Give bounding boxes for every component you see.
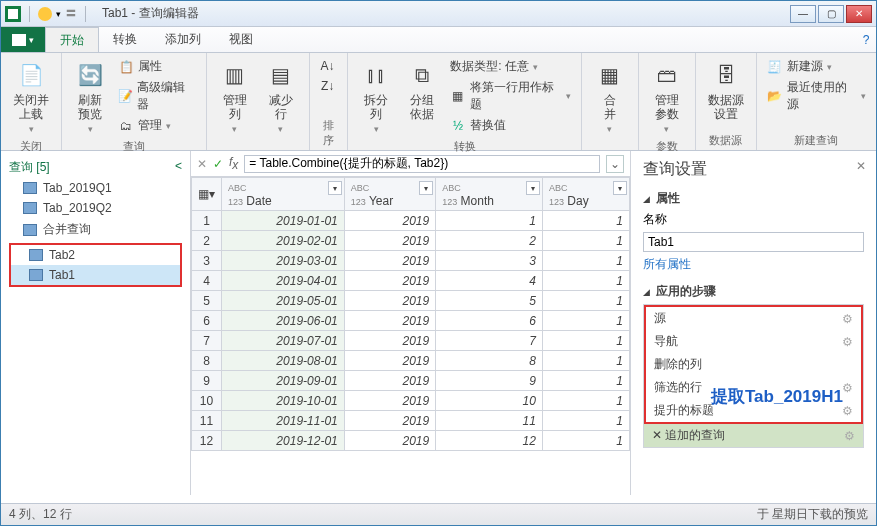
row-header[interactable]: 7 [192, 331, 222, 351]
cell[interactable]: 1 [542, 311, 629, 331]
cell[interactable]: 8 [436, 351, 543, 371]
row-header[interactable]: 8 [192, 351, 222, 371]
expand-icon[interactable]: ⌄ [606, 155, 624, 173]
cell[interactable]: 2019-07-01 [222, 331, 345, 351]
help-button[interactable]: ? [856, 27, 876, 52]
col-header[interactable]: ABC 123 Day▾ [542, 178, 629, 211]
cell[interactable]: 3 [436, 251, 543, 271]
cell[interactable]: 12 [436, 431, 543, 451]
row-header[interactable]: 12 [192, 431, 222, 451]
row-header[interactable]: 2 [192, 231, 222, 251]
minimize-button[interactable]: — [790, 5, 816, 23]
gear-icon[interactable]: ⚙ [844, 429, 855, 443]
query-item[interactable]: 合并查询 [5, 218, 186, 241]
cell[interactable]: 1 [542, 211, 629, 231]
cell[interactable]: 2019 [344, 411, 435, 431]
cancel-icon[interactable]: ✕ [197, 157, 207, 171]
gear-icon[interactable]: ⚙ [842, 381, 853, 395]
query-item[interactable]: Tab_2019Q1 [5, 178, 186, 198]
cell[interactable]: 6 [436, 311, 543, 331]
cell[interactable]: 1 [542, 371, 629, 391]
cell[interactable]: 1 [542, 291, 629, 311]
replace-button[interactable]: ½替换值 [448, 116, 573, 135]
row-header[interactable]: 9 [192, 371, 222, 391]
col-header[interactable]: ABC 123 Month▾ [436, 178, 543, 211]
cell[interactable]: 2019 [344, 211, 435, 231]
row-header[interactable]: 11 [192, 411, 222, 431]
formula-input[interactable] [244, 155, 600, 173]
split-col-button[interactable]: ⫿⫿拆分 列▾ [356, 57, 396, 137]
step-item-current[interactable]: ✕ 追加的查询⚙ [644, 424, 863, 447]
cell[interactable]: 2019-04-01 [222, 271, 345, 291]
cell[interactable]: 2019-01-01 [222, 211, 345, 231]
row-header[interactable]: 4 [192, 271, 222, 291]
step-item[interactable]: 删除的列 [646, 353, 861, 376]
datatype-button[interactable]: 数据类型: 任意▾ [448, 57, 573, 76]
step-item[interactable]: 源⚙ [646, 307, 861, 330]
cell[interactable]: 2019-09-01 [222, 371, 345, 391]
cell[interactable]: 4 [436, 271, 543, 291]
row-header[interactable]: 3 [192, 251, 222, 271]
advanced-editor-button[interactable]: 📝高级编辑器 [116, 78, 198, 114]
close-panel-icon[interactable]: ✕ [856, 159, 866, 173]
cell[interactable]: 2019 [344, 231, 435, 251]
query-item[interactable]: Tab_2019Q2 [5, 198, 186, 218]
cell[interactable]: 9 [436, 371, 543, 391]
query-item[interactable]: Tab2 [11, 245, 180, 265]
cell[interactable]: 2019 [344, 391, 435, 411]
cell[interactable]: 1 [436, 211, 543, 231]
cell[interactable]: 2019 [344, 351, 435, 371]
data-grid[interactable]: ▦▾ABC 123 Date▾ABC 123 Year▾ABC 123 Mont… [191, 177, 630, 495]
cell[interactable]: 1 [542, 251, 629, 271]
filter-icon[interactable]: ▾ [526, 181, 540, 195]
row-header[interactable]: 1 [192, 211, 222, 231]
cell[interactable]: 1 [542, 331, 629, 351]
cell[interactable]: 1 [542, 411, 629, 431]
cell[interactable]: 1 [542, 431, 629, 451]
file-menu[interactable]: ▾ [1, 27, 45, 52]
tab-view[interactable]: 视图 [215, 27, 267, 52]
cell[interactable]: 2019-11-01 [222, 411, 345, 431]
all-props-link[interactable]: 所有属性 [643, 256, 864, 273]
tab-start[interactable]: 开始 [45, 27, 99, 52]
tab-transform[interactable]: 转换 [99, 27, 151, 52]
cell[interactable]: 2 [436, 231, 543, 251]
gear-icon[interactable]: ⚙ [842, 404, 853, 418]
manage-button[interactable]: 🗂管理▾ [116, 116, 198, 135]
new-source-button[interactable]: 🧾新建源▾ [765, 57, 868, 76]
sort-desc-button[interactable]: Z↓ [318, 77, 338, 95]
merge-button[interactable]: ▦合 并▾ [590, 57, 630, 137]
refresh-button[interactable]: 🔄刷新 预览▾ [70, 57, 110, 137]
reduce-rows-button[interactable]: ▤减少 行▾ [261, 57, 301, 137]
cell[interactable]: 2019 [344, 371, 435, 391]
col-header[interactable]: ABC 123 Date▾ [222, 178, 345, 211]
cell[interactable]: 2019-05-01 [222, 291, 345, 311]
cell[interactable]: 2019 [344, 311, 435, 331]
filter-icon[interactable]: ▾ [419, 181, 433, 195]
cell[interactable]: 2019-10-01 [222, 391, 345, 411]
cell[interactable]: 2019 [344, 431, 435, 451]
group-by-button[interactable]: ⧉分组 依据 [402, 57, 442, 124]
maximize-button[interactable]: ▢ [818, 5, 844, 23]
step-item[interactable]: 导航⚙ [646, 330, 861, 353]
query-item-selected[interactable]: Tab1 [11, 265, 180, 285]
fx-icon[interactable]: fx [229, 155, 238, 172]
filter-icon[interactable]: ▾ [328, 181, 342, 195]
datasource-button[interactable]: 🗄数据源 设置 [704, 57, 748, 124]
cell[interactable]: 10 [436, 391, 543, 411]
gear-icon[interactable]: ⚙ [842, 335, 853, 349]
cell[interactable]: 2019-02-01 [222, 231, 345, 251]
name-input[interactable] [643, 232, 864, 252]
first-row-header-button[interactable]: ▦将第一行用作标题▾ [448, 78, 573, 114]
row-header[interactable]: 6 [192, 311, 222, 331]
cell[interactable]: 7 [436, 331, 543, 351]
cell[interactable]: 2019 [344, 271, 435, 291]
corner-cell[interactable]: ▦▾ [192, 178, 222, 211]
cell[interactable]: 1 [542, 231, 629, 251]
cell[interactable]: 2019 [344, 331, 435, 351]
filter-icon[interactable]: ▾ [613, 181, 627, 195]
cell[interactable]: 2019-06-01 [222, 311, 345, 331]
cell[interactable]: 2019 [344, 251, 435, 271]
cell[interactable]: 1 [542, 391, 629, 411]
cell[interactable]: 1 [542, 351, 629, 371]
